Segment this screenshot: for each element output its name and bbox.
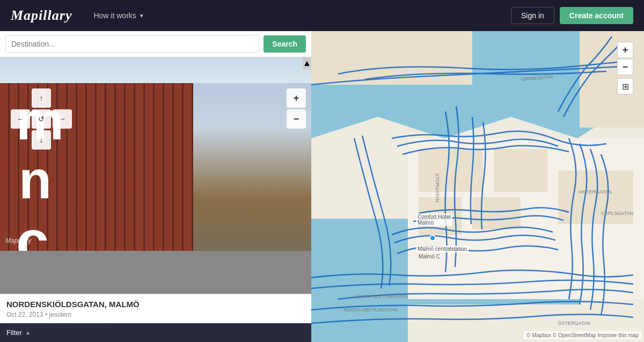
map-panel[interactable]: GRIMEGATAN VINTERGATAN CARLSGATAN STORGA… xyxy=(311,31,644,342)
storgatan-label: STORGATAN xyxy=(435,173,440,203)
mapillary-watermark: Mapillary xyxy=(5,237,31,244)
header-actions: Sign in Create account xyxy=(511,7,633,24)
nav-down-button[interactable]: ↓ xyxy=(32,130,51,150)
map-background: GRIMEGATAN VINTERGATAN CARLSGATAN STORGA… xyxy=(311,31,644,342)
date-label: Oct 22, 2013 xyxy=(6,311,43,318)
letter-n: n xyxy=(19,153,52,206)
filter-label: Filter xyxy=(6,329,22,337)
filter-chevron-icon: ▲ xyxy=(25,330,31,336)
header: Mapillary How it works ▼ Sign in Create … xyxy=(0,0,644,31)
location-meta: Oct 22, 2013 • jesolem xyxy=(6,311,305,318)
ground xyxy=(0,251,311,294)
user-label: jesolem xyxy=(49,311,71,318)
separator: • xyxy=(45,311,49,318)
carlsgatan-label: CARLSGATAN xyxy=(601,211,633,216)
street-view[interactable]: m n c. ↑ ← ↺ → ↓ + − xyxy=(0,56,311,294)
sv-zoom-in-button[interactable]: + xyxy=(287,88,306,108)
vintergatan-label: VINTERGATAN xyxy=(578,189,612,195)
left-panel: Search ▲ m n c. ↑ xyxy=(0,31,311,342)
ostergatan-label: ÖSTERGATAN xyxy=(558,321,590,326)
street-view-zoom: + − xyxy=(287,88,306,129)
location-name: NORDENSKIÖLDSGATAN, MALMÖ xyxy=(6,300,305,309)
nav-middle-row: ← ↺ → xyxy=(11,109,72,129)
hotel-label: Comfort HotelMalmö xyxy=(416,213,452,226)
sv-zoom-out-button[interactable]: − xyxy=(287,109,306,129)
create-account-button[interactable]: Create account xyxy=(560,7,633,24)
logo: Mapillary xyxy=(11,8,72,24)
nav-how-it-works[interactable]: How it works ▼ xyxy=(93,11,144,20)
search-bar: Search xyxy=(0,31,311,57)
map-zoom-in-button[interactable]: + xyxy=(617,42,633,58)
station-label: Malmö centralstation xyxy=(416,246,469,252)
neptungatan-label: SÖDRA NEPTUNGATAN xyxy=(354,294,408,299)
nav-left-button[interactable]: ← xyxy=(11,109,30,129)
chevron-down-icon: ▼ xyxy=(139,13,144,19)
sign-in-button[interactable]: Sign in xyxy=(511,7,554,24)
sky xyxy=(0,56,311,83)
nav-center-button[interactable]: ↺ xyxy=(32,109,51,129)
layers-icon: ⊞ xyxy=(622,81,629,92)
map-location-dot xyxy=(429,235,436,241)
map-zoom-out-button[interactable]: − xyxy=(617,59,633,75)
station-sub-label: Malmö C xyxy=(419,254,440,259)
main-content: Search ▲ m n c. ↑ xyxy=(0,31,644,342)
map-attribution: © Mapbox © OpenStreetMap Improve this ma… xyxy=(524,331,641,339)
filter-bar: Filter ▲ xyxy=(0,323,311,342)
map-zoom-controls: + − ⊞ xyxy=(617,42,633,94)
navigation-controls: ↑ ← ↺ → ↓ xyxy=(11,88,72,150)
nav-right-button[interactable]: → xyxy=(53,109,72,129)
map-layers-button[interactable]: ⊞ xyxy=(617,78,633,94)
norra-neptungatan-label: NORRA NEPTUNGATAN xyxy=(343,307,398,313)
nav-up-button[interactable]: ↑ xyxy=(32,88,51,108)
nav-how-it-works-label: How it works xyxy=(93,11,136,20)
search-button[interactable]: Search xyxy=(264,35,306,53)
scroll-up-button[interactable]: ▲ xyxy=(303,57,311,70)
filter-button[interactable]: Filter ▲ xyxy=(6,329,31,337)
destination-input[interactable] xyxy=(5,35,259,53)
